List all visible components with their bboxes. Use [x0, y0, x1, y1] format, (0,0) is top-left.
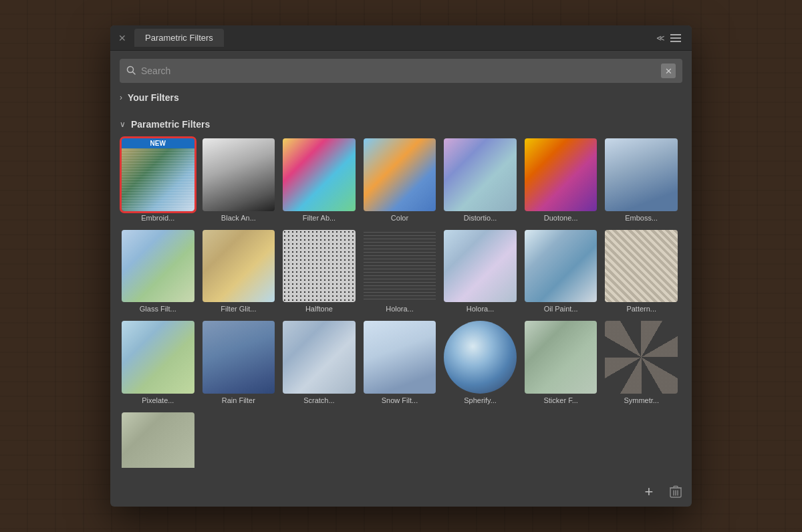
new-badge: NEW [122, 138, 194, 148]
filter-label-spherify: Spherify... [444, 396, 517, 404]
search-bar: ✕ [120, 59, 682, 83]
parametric-filters-header[interactable]: ∨ Parametric Filters [120, 119, 682, 130]
filter-thumb-duotone [525, 138, 597, 211]
filter-thumb-filterglitch [203, 230, 275, 303]
filter-thumb-scratch [283, 321, 356, 394]
filter-thumb-embroid [122, 138, 194, 211]
filter-label-hologram1: Holora... [364, 305, 436, 313]
filter-thumb-wrapper-symmetry [605, 321, 678, 394]
filter-item-emboss[interactable]: Emboss... [603, 136, 680, 224]
filter-item-snowfilt[interactable]: Snow Filt... [362, 319, 438, 406]
filter-label-emboss: Emboss... [605, 214, 678, 222]
filter-thumb-wrapper-filterglitch [203, 230, 275, 303]
filter-item-glassfilt[interactable]: Glass Filt... [120, 228, 196, 315]
filter-thumb-distortion [444, 138, 517, 211]
search-input[interactable] [141, 65, 661, 76]
filter-label-duotone: Duotone... [525, 214, 597, 222]
filter-thumb-pattern [605, 230, 678, 303]
filter-label-oilpaint: Oil Paint... [525, 305, 597, 313]
parametric-filters-section: ∨ Parametric Filters NEWEmbroid...Black … [120, 119, 682, 468]
filter-label-rain: Rain Filter [203, 396, 275, 404]
filter-thumb-pixelate [122, 321, 194, 394]
filter-thumb-rain [203, 321, 275, 394]
filter-thumb-wrapper-color [364, 138, 436, 211]
filter-item-color[interactable]: Color [362, 136, 438, 224]
bottom-bar: + [110, 477, 692, 507]
filter-thumb-symmetry [605, 321, 678, 394]
filter-thumb-wrapper-pixelate [122, 321, 194, 394]
filter-item-sticker[interactable]: Sticker F... [523, 319, 599, 406]
filter-thumb-hologram1 [364, 230, 436, 303]
svg-line-1 [133, 72, 136, 74]
filter-item-hologram1[interactable]: Holora... [362, 228, 438, 315]
filter-label-symmetry: Symmetr... [605, 396, 678, 404]
filter-item-symmetry[interactable]: Symmetr... [603, 319, 680, 406]
filter-item-filterglitch[interactable]: Filter Glit... [200, 228, 277, 315]
filter-label-filterglitch: Filter Glit... [203, 305, 275, 313]
content-area: ✕ › Your Filters ∨ Parametric Filters NE… [110, 51, 692, 477]
filter-thumb-wrapper-last [122, 412, 194, 468]
add-filter-button[interactable]: + [640, 483, 658, 501]
filter-item-pattern[interactable]: Pattern... [603, 228, 680, 315]
filter-thumb-snowfilt [364, 321, 436, 394]
filters-grid: NEWEmbroid...Black An...Filter Ab...Colo… [120, 136, 682, 468]
title-bar: ✕ Parametric Filters ≪ [110, 25, 692, 51]
filter-thumb-glassfilt [122, 230, 194, 303]
filter-item-blackan[interactable]: Black An... [200, 136, 277, 224]
filter-thumb-spherify [444, 321, 517, 394]
filter-thumb-filterab [283, 138, 356, 211]
filter-thumb-wrapper-distortion [444, 138, 517, 211]
filter-thumb-wrapper-embroid: NEW [122, 138, 194, 211]
your-filters-header[interactable]: › Your Filters [120, 92, 682, 103]
filter-item-rain[interactable]: Rain Filter [200, 319, 277, 406]
filter-item-halftone[interactable]: Halftone [281, 228, 358, 315]
filter-item-embroid[interactable]: NEWEmbroid... [120, 136, 196, 224]
close-button[interactable]: ✕ [117, 33, 128, 43]
filter-thumb-wrapper-rain [203, 321, 275, 394]
filter-thumb-emboss [605, 138, 678, 211]
menu-button[interactable] [668, 31, 684, 45]
filter-thumb-wrapper-halftone [283, 230, 356, 303]
filter-label-blackan: Black An... [203, 214, 275, 222]
filter-label-snowfilt: Snow Filt... [364, 396, 436, 404]
filter-item-spherify[interactable]: Spherify... [442, 319, 519, 406]
filter-thumb-wrapper-spherify [444, 321, 517, 394]
filter-thumb-color [364, 138, 436, 211]
collapse-button[interactable]: ≪ [656, 33, 665, 43]
filter-item-oilpaint[interactable]: Oil Paint... [523, 228, 599, 315]
main-window: ✕ Parametric Filters ≪ ✕ › Your Fi [110, 25, 692, 507]
delete-filter-button[interactable] [666, 483, 685, 501]
filter-item-filterab[interactable]: Filter Ab... [281, 136, 358, 224]
filter-label-hologram2: Holora... [444, 305, 517, 313]
filter-item-duotone[interactable]: Duotone... [523, 136, 599, 224]
filter-thumb-wrapper-hologram2 [444, 230, 517, 303]
filter-item-last[interactable] [120, 410, 196, 468]
filter-label-embroid: Embroid... [122, 214, 194, 222]
search-clear-button[interactable]: ✕ [661, 63, 676, 78]
filter-thumb-wrapper-oilpaint [525, 230, 597, 303]
filter-thumb-blackan [203, 138, 275, 211]
filter-thumb-wrapper-pattern [605, 230, 678, 303]
filter-label-distortion: Distortio... [444, 214, 517, 222]
filter-label-halftone: Halftone [283, 305, 356, 313]
filter-item-distortion[interactable]: Distortio... [442, 136, 519, 224]
filter-thumb-sticker [525, 321, 597, 394]
filter-thumb-wrapper-hologram1 [364, 230, 436, 303]
filter-label-glassfilt: Glass Filt... [122, 305, 194, 313]
window-title: Parametric Filters [134, 29, 224, 47]
filter-label-pixelate: Pixelate... [122, 396, 194, 404]
your-filters-title: Your Filters [128, 92, 179, 103]
filter-item-pixelate[interactable]: Pixelate... [120, 319, 196, 406]
search-icon [126, 65, 136, 77]
filter-item-hologram2[interactable]: Holora... [442, 228, 519, 315]
parametric-filters-chevron: ∨ [120, 120, 126, 129]
filter-thumb-last [122, 412, 194, 468]
filter-thumb-wrapper-glassfilt [122, 230, 194, 303]
your-filters-section: › Your Filters [120, 92, 682, 110]
filter-thumb-wrapper-blackan [203, 138, 275, 211]
filter-thumb-wrapper-sticker [525, 321, 597, 394]
filter-thumb-wrapper-duotone [525, 138, 597, 211]
filter-item-scratch[interactable]: Scratch... [281, 319, 358, 406]
filter-thumb-wrapper-scratch [283, 321, 356, 394]
your-filters-chevron: › [120, 93, 122, 102]
